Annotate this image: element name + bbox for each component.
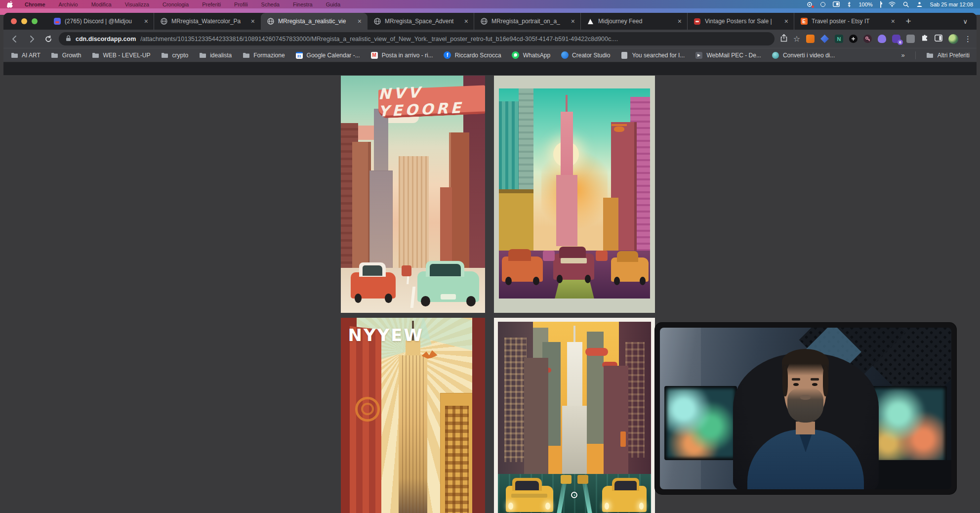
tab-search-chevron-icon[interactable]: ∨ — [963, 18, 972, 25]
dark-ext-icon[interactable] — [849, 35, 858, 43]
monitor-right — [871, 386, 947, 464]
menu-archivio[interactable]: Archivio — [59, 1, 78, 7]
bookmark-creator-studio[interactable]: Creator Studio — [561, 51, 610, 59]
metamask-icon[interactable] — [806, 35, 815, 43]
url-bar[interactable]: cdn.discordapp.com /attachments/10135123… — [59, 32, 775, 45]
zoom-window-button[interactable] — [32, 18, 38, 24]
poster1-small-car — [402, 265, 411, 276]
menu-guida[interactable]: Guida — [326, 1, 340, 7]
poster2-car — [502, 256, 543, 282]
menu-scheda[interactable]: Scheda — [261, 1, 280, 7]
poster2-small-car — [596, 251, 608, 261]
other-bookmarks-folder[interactable]: Altri Preferiti — [926, 51, 970, 59]
bookmark-folder-idealista[interactable]: idealista — [199, 51, 232, 59]
tab-midjourney-feed[interactable]: Midjourney Feed × — [581, 13, 688, 30]
generated-image-4[interactable] — [494, 318, 655, 513]
bookmark-label: Converti i video di... — [783, 52, 835, 59]
back-icon[interactable] — [8, 33, 21, 45]
bookmark-folder-crypto[interactable]: crypto — [161, 51, 189, 59]
generated-image-3[interactable]: NYYEW — [341, 318, 485, 513]
webcam-video — [660, 328, 951, 489]
poster2-helicopter-rotor — [612, 124, 627, 126]
tab-close-icon[interactable]: × — [890, 18, 896, 25]
gray-ext-icon[interactable] — [906, 35, 915, 43]
key-ext-icon[interactable] — [863, 35, 872, 43]
share-icon[interactable] — [780, 34, 787, 44]
menu-preferiti[interactable]: Preferiti — [202, 1, 221, 7]
tab-close-icon[interactable]: × — [783, 18, 789, 25]
tab-portrait[interactable]: MRregista_portrait_on_a_ × — [474, 13, 581, 30]
onepassword-icon[interactable] — [820, 2, 825, 7]
zoom-cursor — [571, 492, 577, 498]
cloud-ext-icon[interactable] — [878, 35, 886, 43]
tab-close-icon[interactable]: × — [250, 18, 256, 25]
lock-icon[interactable] — [66, 35, 71, 43]
menu-profili[interactable]: Profili — [234, 1, 248, 7]
bookmark-label: Creator Studio — [572, 52, 610, 59]
tab-close-icon[interactable]: × — [143, 18, 149, 25]
profile-avatar[interactable] — [948, 34, 958, 44]
record-status-icon[interactable] — [807, 1, 813, 7]
tab-close-icon[interactable]: × — [570, 18, 576, 25]
bookmark-converti-video[interactable]: Converti i video di... — [772, 51, 835, 59]
puzzle-extensions-icon[interactable] — [921, 34, 929, 44]
person-eye — [793, 383, 798, 386]
tab-watercolor[interactable]: MRregista_Watercolor_Pa × — [154, 13, 261, 30]
menu-visualizza[interactable]: Visualizza — [125, 1, 149, 7]
tab-close-icon[interactable]: × — [463, 18, 469, 25]
poster4-taxi-right — [602, 486, 647, 512]
reload-icon[interactable] — [42, 33, 55, 45]
wifi-icon[interactable] — [889, 1, 896, 7]
control-center-icon[interactable] — [916, 1, 923, 7]
tab-etsy[interactable]: E Travel poster - Etsy IT × — [794, 13, 901, 30]
bookmark-folder-growth[interactable]: Growth — [51, 51, 82, 59]
bookmarks-bar: AI ART Growth WEB - LEVEL-UP crypto idea… — [3, 48, 977, 62]
bookmark-folder-formazione[interactable]: Formazione — [242, 51, 285, 59]
bookmark-label: WhatsApp — [523, 52, 550, 59]
menu-chrome[interactable]: Chrome — [25, 1, 45, 7]
bookmark-label: AI ART — [22, 52, 41, 59]
close-window-button[interactable] — [11, 18, 17, 24]
spotlight-icon[interactable] — [903, 1, 909, 7]
tab-strip: (2765) Discord | @Midjou × MRregista_Wat… — [3, 13, 977, 30]
folder-icon — [199, 51, 206, 59]
tab-close-icon[interactable]: × — [677, 18, 683, 25]
screen: Chrome Archivio Modifica Visualizza Cron… — [0, 0, 980, 513]
purple-ext-icon[interactable]: 6 — [892, 35, 900, 43]
bluetooth-icon[interactable] — [847, 1, 851, 7]
bookmark-google-calendar[interactable]: 31 Google Calendar -... — [295, 51, 360, 59]
tab-realistic-view-active[interactable]: MRregista_a_realistic_vie × — [261, 13, 368, 30]
tab-close-icon[interactable]: × — [357, 18, 363, 25]
chrome-menu-dots-icon[interactable]: ⋮ — [964, 35, 972, 43]
bookmark-star-icon[interactable]: ☆ — [793, 35, 800, 43]
poster2-esb-spire — [566, 95, 568, 114]
browser-toolbar: cdn.discordapp.com /attachments/10135123… — [3, 30, 977, 48]
bookmarks-overflow-chevron[interactable]: » — [901, 51, 904, 59]
bookmark-folder-ai-art[interactable]: AI ART — [10, 51, 41, 59]
apple-icon[interactable] — [7, 1, 13, 8]
bookmark-webmail-pec[interactable]: WebMail PEC - De... — [695, 51, 761, 59]
menu-finestra[interactable]: Finestra — [293, 1, 313, 7]
tab-vintage-posters[interactable]: Vintage Posters for Sale | × — [688, 13, 794, 30]
bookmark-gmail-inbox[interactable]: M Posta in arrivo - ri... — [370, 51, 433, 59]
bookmark-folder-web-level-up[interactable]: WEB - LEVEL-UP — [91, 51, 150, 59]
generated-image-1[interactable]: NVV YEOORE — [341, 76, 485, 313]
bookmark-you-searched[interactable]: You searched for I... — [620, 51, 685, 59]
tab-space-adventure[interactable]: MRregista_Space_Advent × — [368, 13, 474, 30]
bookmark-facebook-profile[interactable]: f Riccardo Scrocca — [444, 51, 501, 59]
poster4-esb-tower — [567, 342, 582, 414]
minimize-window-button[interactable] — [21, 18, 27, 24]
generated-image-2[interactable] — [494, 76, 655, 313]
menu-modifica[interactable]: Modifica — [91, 1, 112, 7]
display-icon[interactable] — [833, 1, 840, 7]
wallet-ext-icon[interactable] — [820, 35, 829, 43]
menu-cronologia[interactable]: Cronologia — [163, 1, 189, 7]
new-tab-button[interactable]: + — [901, 16, 916, 27]
forward-icon[interactable] — [25, 33, 38, 45]
side-panel-icon[interactable] — [935, 35, 942, 43]
notion-ext-icon[interactable]: N — [835, 35, 843, 43]
bookmark-whatsapp[interactable]: WhatsApp — [512, 51, 550, 59]
poster1-building — [449, 132, 469, 275]
menubar-clock[interactable]: Sab 25 mar 12:08 — [930, 1, 973, 7]
tab-discord[interactable]: (2765) Discord | @Midjou × — [47, 13, 154, 30]
